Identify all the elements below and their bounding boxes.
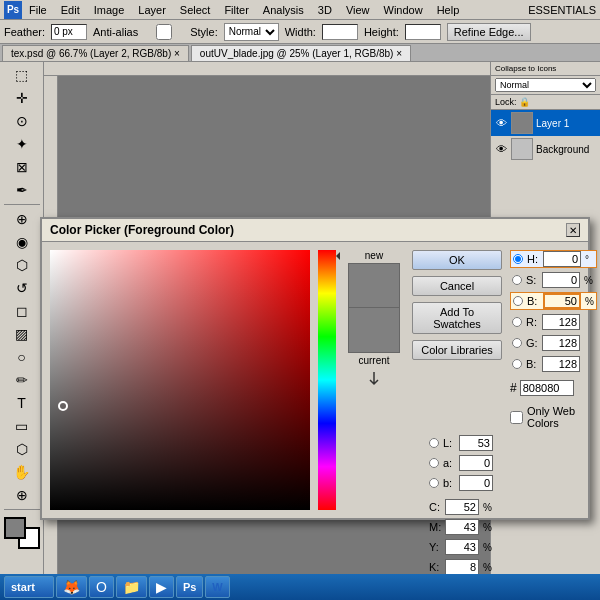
menu-filter[interactable]: Filter [221, 3, 251, 17]
taskbar-firefox[interactable]: 🦊 [56, 576, 87, 598]
saturation-radio[interactable] [512, 275, 522, 285]
dialog-title-bar[interactable]: Color Picker (Foreground Color) ✕ [42, 219, 588, 242]
green-radio[interactable] [512, 338, 522, 348]
tool-hand[interactable]: ✋ [11, 461, 33, 483]
tool-text[interactable]: T [11, 392, 33, 414]
refine-edge-button[interactable]: Refine Edge... [447, 23, 531, 41]
layer-item-layer1[interactable]: 👁 Layer 1 [491, 110, 600, 136]
feather-input[interactable] [51, 24, 87, 40]
saturation-value-input[interactable] [542, 272, 580, 288]
foreground-color-swatch[interactable] [4, 517, 26, 539]
tab-tex[interactable]: tex.psd @ 66.7% (Layer 2, RGB/8b) × [2, 45, 189, 61]
brightness-value-input[interactable] [543, 293, 581, 309]
menu-edit[interactable]: Edit [58, 3, 83, 17]
layer-item-background[interactable]: 👁 Background [491, 136, 600, 162]
add-to-swatches-button[interactable]: Add To Swatches [412, 302, 502, 334]
tool-crop[interactable]: ⊠ [11, 156, 33, 178]
l-value-input[interactable] [459, 435, 493, 451]
width-input[interactable] [322, 24, 358, 40]
tool-stamp[interactable]: ⬡ [11, 254, 33, 276]
height-input[interactable] [405, 24, 441, 40]
layer1-thumbnail [511, 112, 533, 134]
blend-mode-select[interactable]: Normal [495, 78, 596, 92]
tool-move[interactable]: ✛ [11, 87, 33, 109]
a-value-input[interactable] [459, 455, 493, 471]
menu-image[interactable]: Image [91, 3, 128, 17]
ok-button[interactable]: OK [412, 250, 502, 270]
hue-slider[interactable] [318, 250, 336, 510]
menu-select[interactable]: Select [177, 3, 214, 17]
tool-eraser[interactable]: ◻ [11, 300, 33, 322]
tool-history-brush[interactable]: ↺ [11, 277, 33, 299]
dialog-close-button[interactable]: ✕ [566, 223, 580, 237]
tool-brush[interactable]: ◉ [11, 231, 33, 253]
cancel-button[interactable]: Cancel [412, 276, 502, 296]
collapse-button[interactable]: Collapse to Icons [495, 64, 556, 73]
feather-label: Feather: [4, 26, 45, 38]
tool-pen[interactable]: ✏ [11, 369, 33, 391]
red-radio[interactable] [512, 317, 522, 327]
b2-value-input[interactable] [459, 475, 493, 491]
anti-alias-checkbox[interactable] [144, 24, 184, 40]
menu-window[interactable]: Window [381, 3, 426, 17]
l-radio[interactable] [429, 438, 439, 448]
tool-healing[interactable]: ⊕ [11, 208, 33, 230]
tool-marquee[interactable]: ⬚ [11, 64, 33, 86]
taskbar-opera[interactable]: O [89, 576, 114, 598]
red-value-input[interactable] [542, 314, 580, 330]
m-value-input[interactable] [445, 519, 479, 535]
b-radio[interactable] [429, 478, 439, 488]
menu-layer[interactable]: Layer [135, 3, 169, 17]
menu-analysis[interactable]: Analysis [260, 3, 307, 17]
background-visibility-icon[interactable]: 👁 [494, 142, 508, 156]
tool-magic-wand[interactable]: ✦ [11, 133, 33, 155]
tool-shape[interactable]: ▭ [11, 415, 33, 437]
taskbar-word[interactable]: W [205, 576, 229, 598]
taskbar-photoshop[interactable]: Ps [176, 576, 203, 598]
lock-icon[interactable]: 🔒 [519, 97, 530, 107]
menu-file[interactable]: File [26, 3, 50, 17]
web-colors-checkbox[interactable] [510, 411, 523, 424]
color-spectrum[interactable] [50, 250, 310, 510]
style-select[interactable]: Normal [224, 23, 279, 41]
k-value-input[interactable] [445, 559, 479, 575]
hex-value-input[interactable] [520, 380, 574, 396]
layer1-name: Layer 1 [536, 118, 569, 129]
l-row: L: [427, 434, 495, 452]
tool-lasso[interactable]: ⊙ [11, 110, 33, 132]
taskbar-media[interactable]: ▶ [149, 576, 174, 598]
start-button[interactable]: start [4, 576, 54, 598]
blend-mode-row: Normal [491, 76, 600, 95]
hue-value-input[interactable]: 0 [543, 251, 581, 267]
hue-radio[interactable] [513, 254, 523, 264]
m-unit: % [483, 522, 492, 533]
style-label: Style: [190, 26, 218, 38]
current-label: current [358, 355, 389, 366]
blue-value-input[interactable] [542, 356, 580, 372]
blue-radio[interactable] [512, 359, 522, 369]
tool-dodge[interactable]: ○ [11, 346, 33, 368]
lab-cmyk-area: L: a: b: [427, 434, 495, 576]
swap-icon [366, 370, 382, 388]
menu-help[interactable]: Help [434, 3, 463, 17]
menu-view[interactable]: View [343, 3, 373, 17]
lock-row: Lock: 🔒 [491, 95, 600, 110]
taskbar-folder[interactable]: 📁 [116, 576, 147, 598]
y-value-input[interactable] [445, 539, 479, 555]
brightness-radio[interactable] [513, 296, 523, 306]
green-value-input[interactable] [542, 335, 580, 351]
tool-3d[interactable]: ⬡ [11, 438, 33, 460]
menu-3d[interactable]: 3D [315, 3, 335, 17]
spectrum-gradient[interactable] [50, 250, 310, 510]
tab-outuv[interactable]: outUV_blade.jpg @ 25% (Layer 1, RGB/8b) … [191, 45, 411, 61]
a-radio[interactable] [429, 458, 439, 468]
color-libraries-button[interactable]: Color Libraries [412, 340, 502, 360]
tool-eyedropper[interactable]: ✒ [11, 179, 33, 201]
tool-zoom[interactable]: ⊕ [11, 484, 33, 506]
layer1-visibility-icon[interactable]: 👁 [494, 116, 508, 130]
tool-gradient[interactable]: ▨ [11, 323, 33, 345]
menu-items: File Edit Image Layer Select Filter Anal… [26, 3, 462, 17]
dialog-body: new current OK Cancel Add To Swatches Co… [42, 242, 588, 518]
color-swatch-area[interactable] [4, 517, 40, 549]
c-value-input[interactable] [445, 499, 479, 515]
